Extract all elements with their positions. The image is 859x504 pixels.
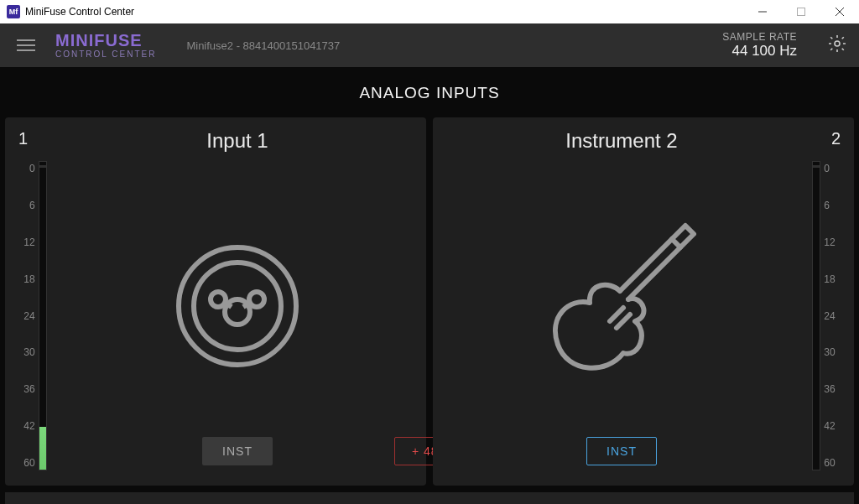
meter-ticks-right: 0612182430364260 [824, 161, 835, 470]
input-title-1: Input 1 [206, 129, 268, 153]
svg-point-6 [194, 262, 281, 350]
window-minimize-button[interactable] [743, 0, 782, 23]
window-maximize-button[interactable] [782, 0, 820, 23]
input-panel-1: 1 0612182430364260 Input 1 [5, 117, 426, 486]
inst-button-2[interactable]: INST [586, 437, 657, 465]
app-logo: MINIFUSE CONTROL CENTER [55, 32, 156, 59]
svg-point-9 [249, 292, 264, 307]
sample-rate-value: 44 100 Hz [722, 43, 797, 60]
meter-left: 1 0612182430364260 [13, 129, 57, 470]
inst-button-1[interactable]: INST [202, 437, 273, 465]
app-root: MINIFUSE CONTROL CENTER Minifuse2 - 8841… [0, 23, 859, 504]
svg-line-13 [617, 314, 630, 328]
svg-rect-1 [798, 8, 805, 16]
svg-point-4 [835, 41, 840, 46]
logo-sub: CONTROL CENTER [55, 50, 156, 59]
app-icon: Mf [7, 5, 20, 18]
section-title: ANALOG INPUTS [0, 67, 859, 117]
channel-number-1: 1 [13, 129, 57, 151]
guitar-icon [529, 174, 714, 437]
device-name: Minifuse2 - 8841400151041737 [186, 39, 340, 52]
meter-right: 2 0612182430364260 [802, 129, 846, 470]
meter-bar-1 [39, 161, 47, 470]
logo-main: MINIFUSE [55, 32, 156, 49]
svg-line-12 [610, 308, 623, 321]
svg-line-10 [226, 304, 232, 307]
menu-button[interactable] [12, 34, 40, 56]
window-titlebar: Mf MiniFuse Control Center [0, 0, 859, 23]
channel-number-2: 2 [802, 129, 846, 151]
svg-line-11 [243, 304, 248, 307]
meter-bar-2 [812, 161, 820, 470]
window-close-button[interactable] [820, 0, 859, 23]
svg-point-8 [211, 292, 226, 307]
sample-rate-label: SAMPLE RATE [722, 31, 797, 43]
combo-jack-icon [166, 174, 309, 437]
window-title: MiniFuse Control Center [25, 6, 134, 18]
input-title-2: Instrument 2 [565, 129, 677, 153]
meter-fill-1 [39, 427, 46, 470]
app-header: MINIFUSE CONTROL CENTER Minifuse2 - 8841… [0, 23, 859, 67]
footer-strip [5, 492, 854, 504]
sample-rate: SAMPLE RATE 44 100 Hz [722, 31, 797, 60]
meter-ticks-left: 0612182430364260 [23, 161, 34, 470]
panels: 1 0612182430364260 Input 1 [0, 117, 859, 492]
input-panel-2: Instrument 2 INST 2 [433, 117, 854, 486]
settings-button[interactable] [827, 34, 847, 57]
